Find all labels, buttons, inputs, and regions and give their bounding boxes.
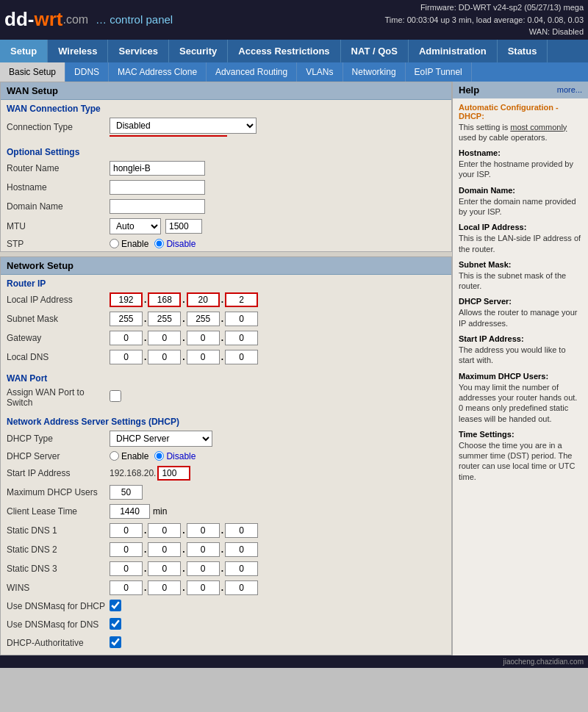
subnav-ddns[interactable]: DDNS: [65, 62, 109, 82]
static-dns3-2[interactable]: [148, 561, 181, 576]
nav-access-restrictions[interactable]: Access Restrictions: [228, 40, 340, 62]
local-ip-1[interactable]: [110, 292, 143, 307]
help-header: Help more...: [453, 82, 588, 98]
dhcp-enable-label[interactable]: Enable: [110, 451, 148, 461]
subnet-2[interactable]: [148, 312, 181, 326]
dhcp-authoritative-checkbox[interactable]: [110, 636, 121, 648]
local-ip-3[interactable]: [187, 292, 220, 307]
dhcp-type-control: DHCP Server DHCP Forwarder: [110, 431, 445, 447]
wins-group: . . .: [110, 580, 445, 595]
wins-4[interactable]: [225, 580, 258, 595]
static-dns3-row: Static DNS 3 . . .: [1, 559, 451, 578]
gateway-3[interactable]: [187, 331, 220, 345]
help-item-4: Subnet Mask: This is the subnet mask of …: [459, 260, 582, 292]
local-dns-2[interactable]: [148, 350, 181, 364]
gateway-2[interactable]: [148, 331, 181, 345]
max-dhcp-row: Maximum DHCP Users: [1, 483, 451, 502]
help-item-0-text: This setting is most commonly used by ca…: [459, 122, 582, 143]
static-dns3-label: Static DNS 3: [7, 564, 110, 574]
subnet-3[interactable]: [187, 312, 220, 326]
help-item-0-title: Automatic Configuration - DHCP:: [459, 103, 582, 121]
assign-wan-control: [110, 390, 445, 404]
mtu-select[interactable]: Auto Manual: [110, 218, 161, 234]
static-dns2-4[interactable]: [225, 542, 258, 557]
stp-disable-radio[interactable]: [154, 239, 164, 248]
help-more-link[interactable]: more...: [557, 85, 582, 94]
static-dns1-group: . . .: [110, 523, 445, 538]
subnav-vlans[interactable]: VLANs: [297, 62, 343, 82]
help-item-7-title: Maximum DHCP Users:: [459, 372, 582, 381]
dnsmasq-dhcp-checkbox[interactable]: [110, 600, 121, 611]
static-dns3-3[interactable]: [187, 561, 220, 576]
static-dns1-2[interactable]: [148, 523, 181, 538]
nav-services[interactable]: Services: [108, 40, 169, 62]
local-ip-2[interactable]: [148, 292, 181, 307]
wan-setup-header: WAN Setup: [1, 82, 451, 100]
nav-security[interactable]: Security: [169, 40, 228, 62]
dhcp-disable-radio[interactable]: [154, 451, 164, 461]
static-dns1-4[interactable]: [225, 523, 258, 538]
dnsmasq-dns-checkbox[interactable]: [110, 618, 121, 630]
wins-2[interactable]: [148, 580, 181, 595]
stp-enable-label[interactable]: Enable: [110, 239, 148, 249]
max-dhcp-input[interactable]: [110, 485, 143, 500]
local-dns-row: Local DNS . . .: [1, 348, 451, 367]
static-dns2-2[interactable]: [148, 542, 181, 557]
subnet-1[interactable]: [110, 312, 143, 326]
ip-dot-1: .: [143, 295, 148, 305]
nav-setup[interactable]: Setup: [0, 40, 48, 62]
subnav-networking[interactable]: Networking: [343, 62, 406, 82]
nav-wireless[interactable]: Wireless: [48, 40, 108, 62]
nav-status[interactable]: Status: [498, 40, 548, 62]
nav-nat-qos[interactable]: NAT / QoS: [341, 40, 409, 62]
subnav-mac-address-clone[interactable]: MAC Address Clone: [109, 62, 207, 82]
static-dns1-1[interactable]: [110, 523, 143, 538]
domain-name-input[interactable]: [110, 199, 205, 214]
start-ip-prefix: 192.168.20.: [110, 468, 156, 478]
firmware-line3: WAN: Disabled: [385, 26, 584, 38]
subnet-4[interactable]: [225, 312, 258, 326]
nav-administration[interactable]: Administration: [409, 40, 498, 62]
start-ip-control: 192.168.20.: [110, 466, 445, 481]
dhcp-server-control: Enable Disable: [110, 451, 445, 461]
subnav-eoip-tunnel[interactable]: EoIP Tunnel: [406, 62, 472, 82]
hostname-input[interactable]: [110, 180, 205, 195]
static-dns1-3[interactable]: [187, 523, 220, 538]
help-item-3: Local IP Address: This is the LAN-side I…: [459, 223, 582, 254]
hostname-row: Hostname: [1, 178, 451, 197]
subnav-basic-setup[interactable]: Basic Setup: [0, 62, 65, 82]
wins-3[interactable]: [187, 580, 220, 595]
connection-type-row: Connection Type Disabled Automatic Confi…: [1, 115, 451, 139]
dhcp-disable-label[interactable]: Disable: [154, 451, 196, 461]
gateway-4[interactable]: [225, 331, 258, 345]
main-navigation: Setup Wireless Services Security Access …: [0, 40, 588, 62]
gateway-1[interactable]: [110, 331, 143, 345]
dhcp-enable-radio[interactable]: [110, 451, 119, 461]
subnav-advanced-routing[interactable]: Advanced Routing: [207, 62, 297, 82]
mtu-value-input[interactable]: [165, 219, 202, 234]
static-dns1-label: Static DNS 1: [7, 525, 110, 536]
wins-1[interactable]: [110, 580, 143, 595]
dnsmasq-dhcp-label: Use DNSMasq for DHCP: [7, 601, 110, 611]
connection-type-select[interactable]: Disabled Automatic Configuration - DHCP …: [110, 118, 257, 134]
local-dns-1[interactable]: [110, 350, 143, 364]
bottom-bar: jiaocheng.chazidian.com: [0, 655, 588, 668]
logo-dd: dd: [4, 8, 28, 31]
static-dns3-1[interactable]: [110, 561, 143, 576]
router-name-input[interactable]: [110, 161, 205, 176]
gateway-row: Gateway . . .: [1, 328, 451, 348]
subnet-control: . . .: [110, 312, 445, 326]
static-dns2-3[interactable]: [187, 542, 220, 557]
static-dns3-4[interactable]: [225, 561, 258, 576]
stp-enable-radio[interactable]: [110, 239, 119, 248]
dhcp-type-select[interactable]: DHCP Server DHCP Forwarder: [110, 431, 212, 447]
start-ip-input[interactable]: [157, 466, 190, 481]
hostname-control: [110, 180, 445, 195]
static-dns2-1[interactable]: [110, 542, 143, 557]
local-dns-4[interactable]: [225, 350, 258, 364]
lease-time-input[interactable]: [110, 504, 150, 519]
local-ip-4[interactable]: [225, 292, 258, 307]
stp-disable-label[interactable]: Disable: [154, 239, 196, 249]
assign-wan-checkbox[interactable]: [110, 390, 121, 402]
local-dns-3[interactable]: [187, 350, 220, 364]
